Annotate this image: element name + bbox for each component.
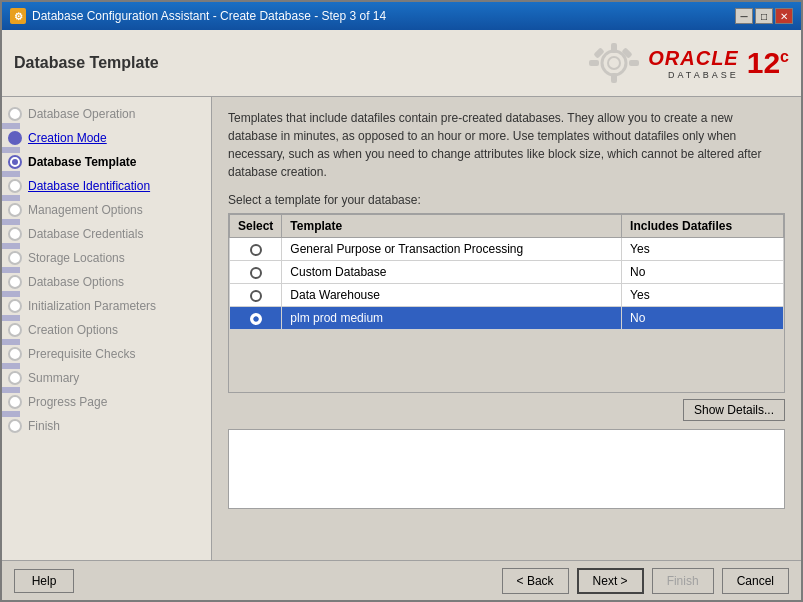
right-panel: Templates that include datafiles contain… (212, 97, 801, 560)
step-dot-creation-mode (8, 131, 22, 145)
radio-custom[interactable] (250, 267, 262, 279)
back-button[interactable]: < Back (502, 568, 569, 594)
table-row[interactable]: Custom Database No (230, 261, 784, 284)
template-name-general[interactable]: General Purpose or Transaction Processin… (282, 238, 622, 261)
step-dot-initialization-parameters (8, 299, 22, 313)
template-name-plm[interactable]: plm prod medium (282, 307, 622, 330)
sidebar-label-prerequisite-checks: Prerequisite Checks (28, 347, 135, 361)
page-title: Database Template (14, 54, 159, 72)
sidebar-item-database-credentials: Database Credentials (2, 225, 211, 243)
sidebar-item-creation-options: Creation Options (2, 321, 211, 339)
oracle-db-label: DATABASE (668, 70, 739, 80)
sidebar-label-creation-options: Creation Options (28, 323, 118, 337)
step-dot-finish (8, 419, 22, 433)
select-label: Select a template for your database: (228, 193, 785, 207)
oracle-logo-container: ORACLE DATABASE 12c (584, 38, 789, 88)
table-row[interactable]: plm prod medium No (230, 307, 784, 330)
show-details-button[interactable]: Show Details... (683, 399, 785, 421)
template-table-wrapper: Select Template Includes Datafiles Gener… (228, 213, 785, 393)
template-table: Select Template Includes Datafiles Gener… (229, 214, 784, 330)
table-row[interactable]: General Purpose or Transaction Processin… (230, 238, 784, 261)
oracle-logo: ORACLE DATABASE (648, 47, 738, 80)
sidebar-label-initialization-parameters: Initialization Parameters (28, 299, 156, 313)
sidebar-label-progress-page: Progress Page (28, 395, 107, 409)
description-text: Templates that include datafiles contain… (228, 109, 785, 181)
sidebar-label-database-operation: Database Operation (28, 107, 135, 121)
cancel-button[interactable]: Cancel (722, 568, 789, 594)
step-dot-storage-locations (8, 251, 22, 265)
oracle-brand-text: ORACLE (648, 47, 738, 70)
template-name-custom[interactable]: Custom Database (282, 261, 622, 284)
step-dot-prerequisite-checks (8, 347, 22, 361)
main-window: ⚙ Database Configuration Assistant - Cre… (0, 0, 803, 602)
svg-rect-2 (611, 43, 617, 53)
sidebar-label-database-template: Database Template (28, 155, 137, 169)
step-dot-database-operation (8, 107, 22, 121)
main-body: Database Operation Creation Mode (2, 97, 801, 560)
footer: Help < Back Next > Finish Cancel (2, 560, 801, 600)
sidebar-item-management-options: Management Options (2, 201, 211, 219)
step-dot-management-options (8, 203, 22, 217)
finish-button[interactable]: Finish (652, 568, 714, 594)
radio-plm[interactable] (250, 313, 262, 325)
svg-rect-3 (611, 73, 617, 83)
oracle-version: 12c (747, 46, 789, 80)
sidebar-item-initialization-parameters: Initialization Parameters (2, 297, 211, 315)
header-area: Database Template ORACLE DATABASE (2, 30, 801, 97)
template-name-warehouse[interactable]: Data Warehouse (282, 284, 622, 307)
col-header-datafiles: Includes Datafiles (622, 215, 784, 238)
radio-cell-custom[interactable] (230, 261, 282, 284)
table-row[interactable]: Data Warehouse Yes (230, 284, 784, 307)
page-title-text: Database Template (14, 54, 159, 71)
sidebar-item-progress-page: Progress Page (2, 393, 211, 411)
step-dot-creation-options (8, 323, 22, 337)
datafiles-plm: No (622, 307, 784, 330)
svg-point-1 (608, 57, 620, 69)
step-dot-summary (8, 371, 22, 385)
sidebar-item-summary: Summary (2, 369, 211, 387)
details-box (228, 429, 785, 509)
col-header-select: Select (230, 215, 282, 238)
sidebar-item-prerequisite-checks: Prerequisite Checks (2, 345, 211, 363)
close-button[interactable]: ✕ (775, 8, 793, 24)
datafiles-general: Yes (622, 238, 784, 261)
radio-general[interactable] (250, 244, 262, 256)
sidebar-item-database-options: Database Options (2, 273, 211, 291)
sidebar-label-creation-mode[interactable]: Creation Mode (28, 131, 107, 145)
next-button[interactable]: Next > (577, 568, 644, 594)
svg-rect-5 (629, 60, 639, 66)
minimize-button[interactable]: ─ (735, 8, 753, 24)
sidebar-label-storage-locations: Storage Locations (28, 251, 125, 265)
sidebar-label-management-options: Management Options (28, 203, 143, 217)
window-title: Database Configuration Assistant - Creat… (32, 9, 386, 23)
radio-cell-general[interactable] (230, 238, 282, 261)
title-bar-left: ⚙ Database Configuration Assistant - Cre… (10, 8, 386, 24)
col-header-template: Template (282, 215, 622, 238)
footer-left: Help (14, 569, 74, 593)
radio-cell-plm[interactable] (230, 307, 282, 330)
sidebar-item-database-identification[interactable]: Database Identification (2, 177, 211, 195)
maximize-button[interactable]: □ (755, 8, 773, 24)
datafiles-custom: No (622, 261, 784, 284)
step-dot-database-identification (8, 179, 22, 193)
title-bar-buttons: ─ □ ✕ (735, 8, 793, 24)
sidebar-label-summary: Summary (28, 371, 79, 385)
step-dot-progress-page (8, 395, 22, 409)
radio-cell-warehouse[interactable] (230, 284, 282, 307)
step-dot-database-credentials (8, 227, 22, 241)
datafiles-warehouse: Yes (622, 284, 784, 307)
step-dot-database-options (8, 275, 22, 289)
gear-decorative-icon (584, 38, 644, 88)
sidebar-steps: Database Operation Creation Mode (2, 105, 211, 435)
radio-warehouse[interactable] (250, 290, 262, 302)
svg-point-0 (602, 51, 626, 75)
table-header-row: Select Template Includes Datafiles (230, 215, 784, 238)
app-icon: ⚙ (10, 8, 26, 24)
sidebar-label-database-identification[interactable]: Database Identification (28, 179, 150, 193)
sidebar-item-database-template: Database Template (2, 153, 211, 171)
sidebar-item-creation-mode[interactable]: Creation Mode (2, 129, 211, 147)
step-dot-database-template (8, 155, 22, 169)
sidebar-item-storage-locations: Storage Locations (2, 249, 211, 267)
help-button[interactable]: Help (14, 569, 74, 593)
svg-rect-4 (589, 60, 599, 66)
